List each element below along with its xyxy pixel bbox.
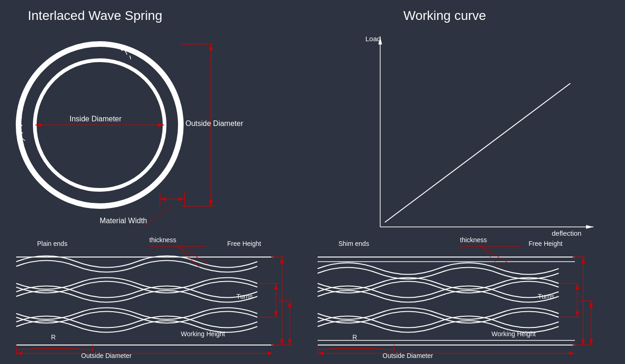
svg-marker-51 <box>288 301 292 307</box>
svg-marker-29 <box>586 225 593 229</box>
load-label: Load <box>365 35 381 43</box>
free-height-label-left: Free Height <box>227 240 261 247</box>
svg-marker-47 <box>274 311 278 317</box>
r-label-left: R <box>51 333 56 341</box>
thickness-label-right: thickness <box>460 236 487 244</box>
working-height-label-right: Working Height <box>491 330 536 338</box>
svg-marker-15 <box>209 44 213 50</box>
diagram-svg <box>0 0 625 364</box>
working-height-label-left: Working Height <box>181 330 225 338</box>
deflection-label: deflection <box>552 229 581 237</box>
svg-marker-34 <box>16 351 22 355</box>
svg-marker-69 <box>581 339 585 345</box>
svg-marker-73 <box>575 283 579 289</box>
svg-line-6 <box>130 56 131 59</box>
main-container: Interlaced Wave Spring Working curve <box>0 0 625 364</box>
svg-marker-35 <box>268 351 274 355</box>
svg-marker-42 <box>280 339 284 345</box>
shim-ends-label: Shim ends <box>338 240 369 247</box>
svg-line-25 <box>143 206 172 227</box>
svg-marker-23 <box>160 197 166 201</box>
svg-marker-41 <box>280 257 284 263</box>
svg-marker-79 <box>589 339 593 345</box>
svg-marker-16 <box>209 200 213 206</box>
svg-marker-74 <box>575 311 579 317</box>
thickness-label-left: thickness <box>149 236 176 244</box>
svg-marker-52 <box>288 339 292 345</box>
r-label-right: R <box>352 333 357 341</box>
outside-diameter-label: Outside Diameter <box>185 119 243 128</box>
svg-marker-78 <box>589 301 593 307</box>
material-width-label: Material Width <box>100 217 147 225</box>
plain-ends-label: Plain ends <box>37 240 67 247</box>
svg-marker-46 <box>274 283 278 289</box>
svg-marker-68 <box>581 257 585 263</box>
svg-marker-24 <box>179 197 185 201</box>
outside-diameter-br-label: Outside Diameter <box>383 352 433 359</box>
svg-marker-62 <box>569 351 575 355</box>
svg-marker-61 <box>318 351 324 355</box>
inside-diameter-label: Inside Diameter <box>70 115 121 123</box>
turns-label-left: Turns <box>236 293 253 300</box>
svg-line-30 <box>385 83 570 222</box>
outside-diameter-bl-label: Outside Diameter <box>81 352 132 359</box>
free-height-label-right: Free Height <box>529 240 562 247</box>
turns-label-right: Turns <box>538 293 554 300</box>
